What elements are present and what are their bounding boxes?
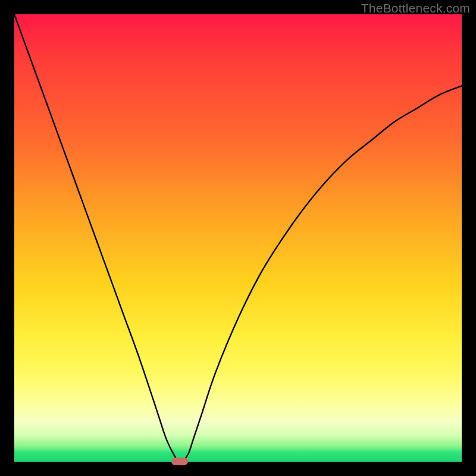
watermark-text: TheBottleneck.com (361, 1, 470, 15)
plot-area (14, 14, 462, 462)
bottleneck-curve (14, 14, 462, 462)
chart-frame: TheBottleneck.com (0, 0, 476, 476)
optimal-marker (171, 458, 188, 465)
